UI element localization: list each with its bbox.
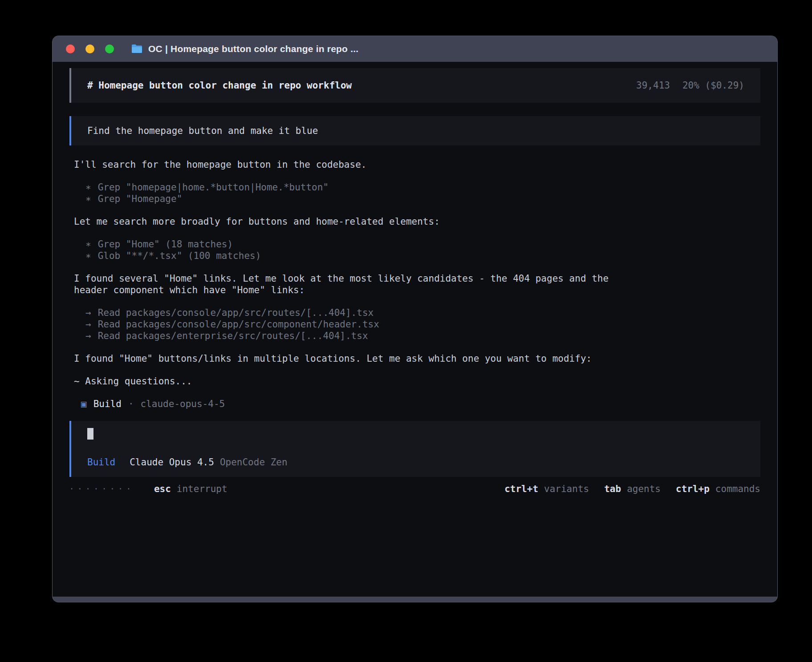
agent-status-separator: ·	[128, 398, 134, 410]
current-agent: Build	[87, 456, 115, 468]
assistant-paragraph: Let me search more broadly for buttons a…	[69, 216, 630, 227]
input-meta: Build Claude Opus 4.5 OpenCode Zen	[87, 456, 744, 468]
tool-call-text: Glob "**/*.tsx" (100 matches)	[98, 250, 261, 262]
terminal-window: OC | Homepage button color change in rep…	[52, 36, 778, 602]
tool-call: ∗ Grep "Homepage"	[74, 193, 630, 205]
folder-icon	[131, 44, 143, 54]
session-header: # Homepage button color change in repo w…	[69, 68, 760, 103]
tool-call-text: Read packages/console/app/src/component/…	[98, 319, 379, 330]
text-cursor	[87, 428, 93, 440]
shortcut-key: ctrl+p	[676, 483, 710, 495]
status-bar-right: ctrl+t variants tab agents ctrl+p comman…	[504, 483, 760, 495]
tool-bullet-icon: ∗	[85, 193, 91, 205]
agent-icon: ▣	[81, 398, 87, 410]
shortcut-key: ctrl+t	[504, 483, 538, 495]
tool-call-text: Grep "Home" (18 matches)	[98, 238, 233, 250]
shortcut-variants: ctrl+t variants	[504, 483, 589, 495]
shortcut-label: interrupt	[177, 483, 227, 495]
user-message-text: Find the homepage button and make it blu…	[87, 125, 318, 136]
tool-call: → Read packages/console/app/src/routes/[…	[74, 307, 630, 319]
spinner-dots: ········	[69, 483, 134, 495]
tool-bullet-icon: ∗	[85, 238, 91, 250]
terminal-content: # Homepage button color change in repo w…	[53, 62, 777, 597]
shortcut-label: commands	[715, 483, 760, 495]
window-titlebar[interactable]: OC | Homepage button color change in rep…	[53, 36, 777, 62]
arrow-right-icon: →	[85, 330, 91, 342]
tool-call-group: → Read packages/console/app/src/routes/[…	[69, 307, 630, 342]
status-bar: ········ esc interrupt ctrl+t variants t…	[69, 483, 760, 495]
shortcut-commands: ctrl+p commands	[676, 483, 760, 495]
current-model: Claude Opus 4.5	[130, 456, 214, 468]
tool-call: ∗ Grep "homepage|home.*button|Home.*butt…	[74, 182, 630, 193]
tool-call: → Read packages/enterprise/src/routes/[.…	[74, 330, 630, 342]
tool-call: → Read packages/console/app/src/componen…	[74, 319, 630, 330]
agent-status: ▣ Build · claude-opus-4-5	[69, 398, 630, 410]
token-count: 39,413	[636, 80, 670, 91]
tool-call: ∗ Glob "**/*.tsx" (100 matches)	[74, 250, 630, 262]
tool-call-text: Read packages/console/app/src/routes/[..…	[98, 307, 374, 319]
zoom-window-button[interactable]	[105, 44, 114, 53]
assistant-paragraph: I found "Home" buttons/links in multiple…	[69, 353, 630, 364]
agent-status-model: claude-opus-4-5	[141, 398, 225, 410]
shortcut-key: tab	[604, 483, 621, 495]
working-status: ~ Asking questions...	[69, 375, 630, 387]
arrow-right-icon: →	[85, 319, 91, 330]
shortcut-label: agents	[627, 483, 661, 495]
shortcut-agents: tab agents	[604, 483, 661, 495]
status-bar-left: ········ esc interrupt	[69, 483, 227, 495]
assistant-paragraph: I found several "Home" links. Let me loo…	[69, 273, 630, 296]
shortcut-label: variants	[544, 483, 589, 495]
shortcut-key: esc	[154, 483, 171, 495]
tool-call-text: Read packages/enterprise/src/routes/[...…	[98, 330, 368, 342]
window-title-group: OC | Homepage button color change in rep…	[131, 44, 358, 54]
window-title: OC | Homepage button color change in rep…	[148, 44, 358, 54]
close-window-button[interactable]	[66, 44, 75, 53]
shortcut-interrupt: esc interrupt	[154, 483, 227, 495]
user-message: Find the homepage button and make it blu…	[69, 116, 760, 145]
agent-status-name: Build	[93, 398, 122, 410]
arrow-right-icon: →	[85, 307, 91, 319]
tool-call-group: ∗ Grep "Home" (18 matches) ∗ Glob "**/*.…	[69, 238, 630, 262]
tool-bullet-icon: ∗	[85, 250, 91, 262]
context-usage: 20% ($0.29)	[682, 80, 744, 91]
minimize-window-button[interactable]	[85, 44, 94, 53]
assistant-paragraph: I'll search for the homepage button in t…	[69, 159, 630, 170]
conversation: I'll search for the homepage button in t…	[69, 159, 760, 421]
traffic-lights	[66, 44, 114, 53]
session-title: # Homepage button color change in repo w…	[87, 80, 352, 91]
tool-bullet-icon: ∗	[85, 182, 91, 193]
session-metrics: 39,413 20% ($0.29)	[636, 80, 744, 91]
tool-call-text: Grep "Homepage"	[98, 193, 183, 205]
tool-call: ∗ Grep "Home" (18 matches)	[74, 238, 630, 250]
tool-call-text: Grep "homepage|home.*button|Home.*button…	[98, 182, 329, 193]
current-provider: OpenCode Zen	[220, 456, 288, 468]
tool-call-group: ∗ Grep "homepage|home.*button|Home.*butt…	[69, 182, 630, 205]
prompt-input[interactable]: Build Claude Opus 4.5 OpenCode Zen	[69, 421, 760, 477]
